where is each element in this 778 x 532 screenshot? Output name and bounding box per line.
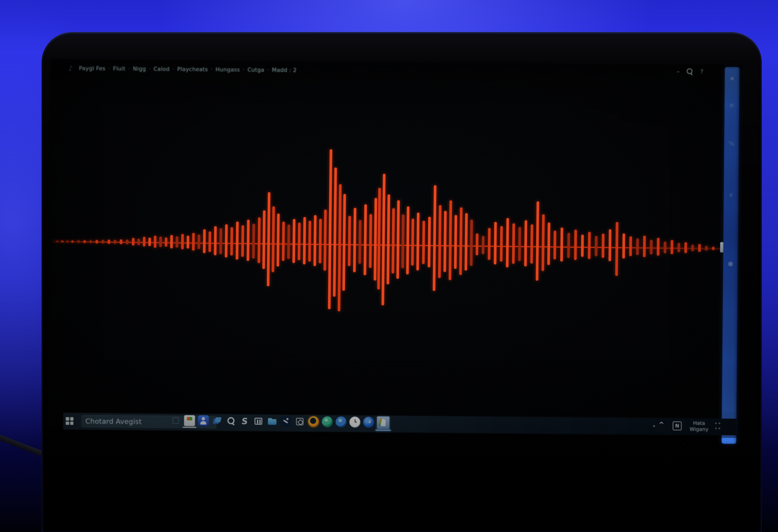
show-hidden-icons-chevron[interactable]: ^	[658, 421, 664, 429]
waveform-bar	[132, 238, 135, 246]
waveform-bar	[524, 220, 527, 266]
waveform-bar	[574, 230, 577, 260]
waveform-bar	[506, 218, 509, 267]
waveform-bar	[374, 198, 377, 280]
orange-ring-icon[interactable]	[308, 416, 319, 427]
active-app-indicator	[182, 427, 196, 428]
waveform-bar	[678, 243, 680, 252]
waveform-bar	[459, 207, 463, 275]
waveform-bar	[567, 233, 570, 258]
files-icon[interactable]	[212, 415, 223, 426]
waveform-bar	[348, 216, 351, 266]
waveform-bar	[89, 240, 92, 243]
scrollbar-glyph-icon[interactable]: ●	[723, 260, 738, 267]
waveform-bar	[186, 236, 189, 249]
waveform-bar	[588, 232, 591, 259]
taskbar-search-text: Chotard Avegist	[85, 417, 142, 426]
waveform-bar	[476, 234, 479, 255]
photo-stage: ♪ Paygl Fes·Fluit·Nigg·Calod·Playcheats·…	[0, 0, 778, 532]
blue-globe-icon[interactable]	[335, 416, 346, 427]
home-active-icon[interactable]	[377, 416, 390, 429]
search-icon[interactable]	[225, 416, 236, 427]
store-icon[interactable]	[184, 415, 195, 426]
waveform-bar	[488, 228, 491, 260]
waveform-bar	[392, 208, 395, 273]
waveform-bar	[482, 236, 485, 254]
waveform-bar	[282, 221, 285, 261]
waveform-bar	[387, 194, 390, 284]
taskbar-search-input[interactable]: Chotard Avegist	[81, 415, 216, 428]
waveform-bar	[547, 223, 550, 265]
tray-dot	[653, 425, 655, 427]
tray-badges	[715, 423, 720, 431]
waveform-bar	[560, 228, 563, 261]
scrollbar-glyph-icon[interactable]: %	[724, 140, 739, 147]
waveform-bar	[159, 237, 162, 247]
movies-icon[interactable]	[253, 416, 264, 427]
start-button[interactable]	[66, 417, 73, 425]
waveform-bar	[272, 206, 275, 272]
person-icon[interactable]	[198, 415, 209, 426]
waveform-bar	[359, 220, 362, 264]
scrollbar-glyph-icon[interactable]: e	[724, 101, 739, 109]
waveform-canvas	[47, 60, 742, 438]
waveform-bar	[369, 214, 372, 268]
waveform-bar	[56, 241, 59, 242]
waveform-bar	[154, 236, 157, 248]
waveform-bar	[411, 218, 414, 265]
waveform-bar	[148, 238, 151, 246]
pen-icon[interactable]	[239, 416, 250, 427]
waveform-bar	[77, 240, 80, 243]
waveform-bar	[428, 217, 431, 267]
waveform-bar	[219, 228, 222, 254]
waveform-bar	[137, 239, 140, 245]
waveform-bar	[536, 201, 539, 281]
waveform-bar	[406, 206, 410, 274]
waveform-bar	[61, 241, 64, 242]
waveform-bar	[114, 240, 116, 244]
waveform-bar	[170, 235, 173, 248]
waveform-bar	[313, 215, 317, 266]
runner-icon[interactable]	[281, 416, 291, 427]
waveform-bar	[581, 235, 584, 257]
waveform-bar	[671, 240, 674, 254]
folder-icon[interactable]	[266, 416, 278, 427]
green-globe-icon[interactable]	[322, 416, 333, 427]
waveform-bar	[120, 239, 123, 244]
notes-tray-icon[interactable]: N	[673, 422, 682, 430]
waveform-bar	[71, 240, 74, 243]
waveform-bar	[165, 237, 167, 247]
waveform-bar	[622, 234, 625, 259]
waveform-bar	[698, 244, 701, 252]
waveform-bar	[433, 185, 437, 291]
tray-clock[interactable]: Hata Wigany	[687, 420, 711, 432]
waveform-bar	[608, 229, 612, 261]
waveform-bar	[542, 214, 545, 271]
waveform-bar	[602, 234, 604, 258]
waveform-bar	[95, 240, 98, 244]
scrollbar-glyph-icon[interactable]: x	[724, 191, 738, 198]
clock-white-icon[interactable]	[349, 417, 360, 428]
waveform-bar	[292, 219, 295, 263]
waveform-bar	[553, 231, 556, 259]
waveform-bar	[664, 242, 667, 253]
tray-clock-line1: Hata	[687, 420, 711, 426]
waveform-bar	[107, 240, 110, 244]
waveform-bar	[364, 204, 367, 275]
photos-icon[interactable]	[294, 416, 305, 427]
waveform-bar	[308, 221, 311, 262]
waveform-bar	[277, 213, 280, 267]
screen: ♪ Paygl Fes·Fluit·Nigg·Calod·Playcheats·…	[48, 60, 742, 437]
task-view-icon[interactable]	[170, 415, 181, 426]
waveform-bar	[643, 236, 646, 257]
waveform-bar	[262, 210, 265, 269]
waveform-bar	[518, 227, 521, 261]
scrollbar-glyph-icon[interactable]: ▪	[725, 74, 739, 82]
waveform-bar	[500, 226, 503, 262]
waveform-bar	[319, 219, 322, 263]
waveform-bar	[241, 225, 244, 257]
waveform-bar	[705, 246, 708, 251]
waveform-bar	[230, 227, 233, 256]
clock-blue-icon[interactable]	[363, 417, 374, 428]
waveform-bar	[126, 240, 129, 244]
